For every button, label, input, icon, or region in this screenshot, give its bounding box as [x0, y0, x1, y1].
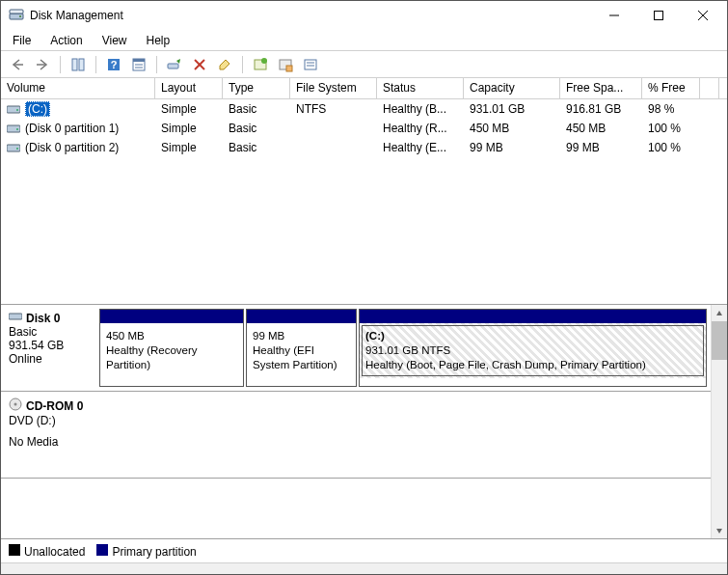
volume-name: (Disk 0 partition 1) [25, 122, 119, 135]
table-row[interactable]: (C:) Simple Basic NTFS Healthy (B... 931… [1, 99, 727, 119]
svg-rect-1 [10, 10, 23, 14]
partition-header [360, 310, 706, 323]
partition-box[interactable]: 450 MB Healthy (Recovery Partition) [99, 309, 244, 387]
col-capacity[interactable]: Capacity [464, 78, 560, 98]
scroll-up-icon[interactable] [712, 305, 727, 321]
disk-layout-panel: Disk 0 Basic 931.54 GB Online 450 MB Hea… [1, 305, 727, 539]
close-button[interactable] [681, 1, 725, 30]
disk-info: Disk 0 Basic 931.54 GB Online [1, 305, 97, 391]
app-icon [9, 8, 24, 23]
svg-rect-23 [286, 66, 292, 71]
window-title: Disk Management [30, 9, 592, 22]
svg-line-5 [698, 11, 708, 20]
delete-button[interactable] [189, 54, 210, 75]
drive-icon [7, 142, 20, 153]
svg-rect-33 [9, 314, 22, 319]
col-status[interactable]: Status [377, 78, 464, 98]
minimize-button[interactable] [592, 1, 636, 30]
toolbar-btn-1[interactable] [67, 54, 89, 75]
table-row[interactable]: (Disk 0 partition 2) Simple Basic Health… [1, 138, 727, 157]
svg-rect-9 [72, 59, 77, 70]
swatch-primary [96, 544, 108, 556]
legend-primary: Primary partition [96, 544, 196, 559]
volume-name: (Disk 0 partition 2) [25, 141, 119, 154]
menu-help[interactable]: Help [139, 32, 178, 49]
svg-rect-24 [305, 60, 316, 69]
disk-row[interactable]: CD-ROM 0 DVD (D:) No Media [1, 392, 711, 479]
svg-point-21 [261, 58, 267, 64]
svg-rect-29 [7, 125, 20, 132]
svg-line-6 [698, 11, 708, 20]
svg-point-32 [16, 148, 18, 150]
swatch-unallocated [9, 544, 20, 556]
partition-box-selected[interactable]: (C:) 931.01 GB NTFS Healthy (Boot, Page … [359, 309, 707, 387]
scroll-down-icon[interactable] [712, 522, 727, 538]
col-volume[interactable]: Volume [1, 78, 155, 98]
help-button[interactable]: ? [103, 54, 124, 75]
toolbar: ? [1, 51, 727, 78]
toolbar-separator [242, 56, 243, 73]
menu-file[interactable]: File [5, 32, 39, 49]
title-bar: Disk Management [1, 1, 727, 30]
partition-header [247, 310, 356, 323]
toolbar-separator [156, 56, 157, 73]
volume-name: (C:) [25, 101, 50, 117]
partition-box[interactable]: 99 MB Healthy (EFI System Partition) [246, 309, 357, 387]
legend-unallocated: Unallocated [9, 544, 85, 559]
svg-point-30 [16, 128, 18, 130]
drive-icon [7, 103, 20, 115]
table-header[interactable]: Volume Layout Type File System Status Ca… [1, 78, 727, 99]
menu-action[interactable]: Action [42, 32, 90, 49]
svg-point-28 [16, 109, 18, 111]
toolbar-btn-2[interactable] [128, 54, 149, 75]
disk-row[interactable]: Disk 0 Basic 931.54 GB Online 450 MB Hea… [1, 305, 711, 392]
forward-button[interactable] [32, 54, 53, 75]
volume-table: Volume Layout Type File System Status Ca… [1, 78, 727, 305]
svg-point-35 [14, 403, 17, 406]
partition-header [100, 310, 243, 323]
toolbar-btn-4[interactable] [275, 54, 296, 75]
scroll-thumb[interactable] [712, 321, 727, 360]
cdrom-icon [9, 397, 22, 414]
toolbar-separator [95, 56, 96, 73]
back-button[interactable] [7, 54, 28, 75]
refresh-button[interactable] [164, 54, 185, 75]
menu-view[interactable]: View [94, 32, 135, 49]
col-layout[interactable]: Layout [155, 78, 223, 98]
partition-row: 450 MB Healthy (Recovery Partition) 99 M… [97, 305, 711, 391]
svg-rect-14 [133, 59, 145, 62]
svg-rect-10 [79, 59, 84, 70]
menu-bar: File Action View Help [1, 30, 727, 51]
toolbar-btn-3[interactable] [250, 54, 271, 75]
svg-rect-4 [655, 12, 663, 20]
legend: Unallocated Primary partition [1, 539, 727, 562]
status-bar [1, 562, 727, 574]
toolbar-btn-5[interactable] [300, 54, 321, 75]
drive-icon [7, 123, 20, 134]
disk-icon [9, 311, 22, 325]
col-filesystem[interactable]: File System [290, 78, 377, 98]
properties-button[interactable] [214, 54, 235, 75]
maximize-button[interactable] [636, 1, 681, 30]
partition-row [97, 392, 711, 478]
svg-rect-31 [7, 145, 20, 151]
svg-rect-17 [168, 64, 178, 68]
svg-point-2 [19, 15, 21, 17]
col-freespace[interactable]: Free Spa... [560, 78, 642, 98]
vertical-scrollbar[interactable] [711, 305, 727, 538]
table-row[interactable]: (Disk 0 partition 1) Simple Basic Health… [1, 119, 727, 138]
col-pctfree[interactable]: % Free [642, 78, 700, 98]
svg-rect-27 [7, 106, 20, 113]
col-spacer [700, 78, 719, 98]
disk-info: CD-ROM 0 DVD (D:) No Media [1, 392, 97, 478]
toolbar-separator [60, 56, 61, 73]
col-type[interactable]: Type [223, 78, 290, 98]
svg-text:?: ? [111, 59, 118, 70]
